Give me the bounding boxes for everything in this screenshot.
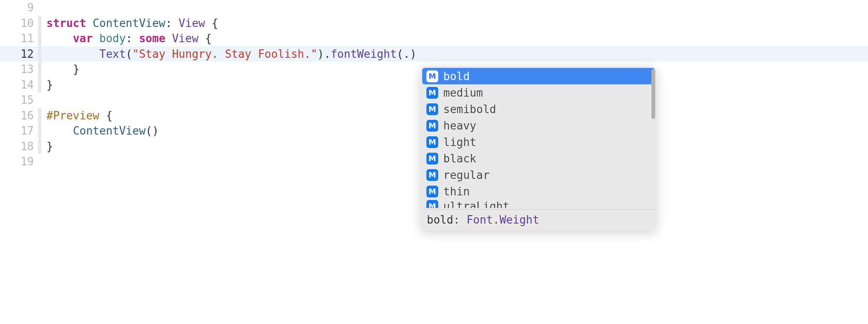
member-badge-icon: M [426, 120, 438, 132]
fold-bar[interactable] [38, 46, 41, 62]
code-line-current[interactable]: 12 Text("Stay Hungry. Stay Foolish.").fo… [0, 46, 868, 62]
autocomplete-item-label: ultraLight [443, 200, 510, 208]
footer-symbol-type: Font.Weight [467, 213, 539, 226]
member-badge-icon: M [426, 70, 438, 82]
autocomplete-item-heavy[interactable]: Mheavy [422, 117, 655, 134]
code-content[interactable]: } [43, 62, 79, 77]
autocomplete-item-medium[interactable]: Mmedium [422, 84, 655, 101]
code-content[interactable]: var body: some View { [43, 31, 212, 46]
line-number: 19 [0, 154, 38, 170]
member-badge-icon: M [426, 136, 438, 148]
member-badge-icon: M [426, 200, 438, 208]
line-number: 9 [0, 0, 38, 16]
line-number: 13 [0, 62, 38, 77]
fold-bar [38, 154, 41, 170]
autocomplete-item-thin[interactable]: Mthin [422, 183, 655, 200]
autocomplete-list[interactable]: MboldMmediumMsemiboldMheavyMlightMblackM… [421, 67, 656, 209]
autocomplete-item-label: black [443, 152, 476, 165]
autocomplete-item-label: light [443, 136, 476, 148]
code-content[interactable]: Text("Stay Hungry. Stay Foolish.").fontW… [43, 46, 417, 62]
fold-bar[interactable] [38, 123, 41, 139]
code-line[interactable]: 9 [0, 0, 868, 16]
fold-bar[interactable] [38, 62, 41, 77]
fold-bar[interactable] [38, 16, 41, 31]
autocomplete-popup[interactable]: MboldMmediumMsemiboldMheavyMlightMblackM… [421, 67, 656, 230]
code-content[interactable]: struct ContentView: View { [43, 16, 218, 31]
autocomplete-item-label: medium [443, 86, 483, 99]
line-number: 18 [0, 139, 38, 154]
autocomplete-item-bold[interactable]: Mbold [422, 68, 655, 84]
code-content[interactable]: #Preview { [43, 108, 113, 124]
autocomplete-item-label: bold [443, 70, 470, 83]
footer-symbol-name: bold [427, 213, 453, 226]
code-content[interactable]: } [43, 77, 53, 93]
autocomplete-item-light[interactable]: Mlight [422, 134, 655, 150]
fold-bar[interactable] [38, 31, 41, 46]
member-badge-icon: M [426, 87, 438, 99]
autocomplete-item-label: semibold [443, 103, 496, 116]
code-line[interactable]: 11 var body: some View { [0, 31, 868, 46]
autocomplete-item-ultraLight[interactable]: MultraLight [422, 200, 655, 208]
member-badge-icon: M [426, 103, 438, 115]
line-number: 17 [0, 123, 38, 139]
autocomplete-item-label: heavy [443, 119, 476, 132]
autocomplete-item-label: regular [443, 169, 490, 181]
autocomplete-item-black[interactable]: Mblack [422, 150, 655, 167]
code-line[interactable]: 10 struct ContentView: View { [0, 16, 868, 31]
line-number: 15 [0, 92, 38, 108]
autocomplete-item-regular[interactable]: Mregular [422, 167, 655, 183]
line-number: 12 [0, 46, 38, 62]
autocomplete-item-semibold[interactable]: Msemibold [422, 101, 655, 117]
line-number: 16 [0, 108, 38, 124]
line-number: 14 [0, 77, 38, 93]
fold-bar [38, 0, 41, 16]
fold-bar [38, 92, 41, 108]
fold-bar[interactable] [38, 108, 41, 124]
line-number: 10 [0, 16, 38, 31]
fold-bar[interactable] [38, 139, 41, 154]
line-number: 11 [0, 31, 38, 46]
autocomplete-type-info: bold: Font.Weight [421, 209, 656, 230]
code-content[interactable]: ContentView() [43, 123, 159, 139]
member-badge-icon: M [426, 169, 438, 181]
autocomplete-item-label: thin [443, 185, 470, 198]
scrollbar-thumb[interactable] [651, 69, 655, 119]
member-badge-icon: M [426, 186, 438, 197]
fold-bar[interactable] [38, 77, 41, 93]
member-badge-icon: M [426, 153, 438, 165]
code-content[interactable]: } [43, 139, 53, 154]
